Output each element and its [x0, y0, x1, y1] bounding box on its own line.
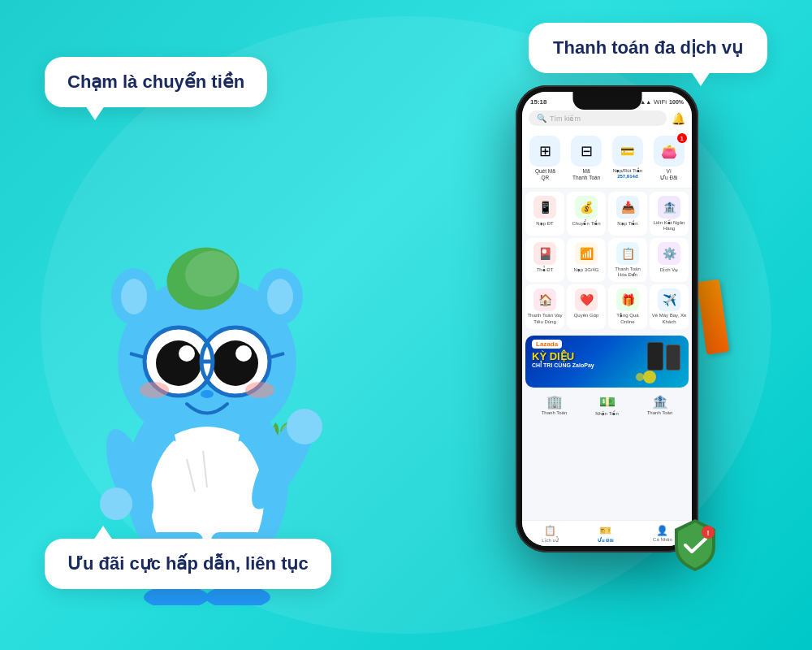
service-3g4g-label: Nạp 3G/4G — [573, 266, 598, 272]
svg-point-18 — [235, 345, 252, 362]
speech-bubble-top-left: Chạm là chuyển tiền — [45, 57, 267, 107]
search-icon: 🔍 — [537, 114, 546, 123]
svg-point-25 — [140, 382, 169, 398]
green-shield: ! — [672, 518, 719, 573]
service-ve-may-bay[interactable]: ✈️ Vé Máy Bay, Xe Khách — [650, 284, 689, 328]
service-the-dt-label: Thẻ ĐT — [537, 266, 554, 272]
quick-actions: ⊞ Quét MãQR ⊟ MãThanh Toán 💳 Nạp/Rút Tiề… — [522, 131, 692, 188]
service-quyen-gop-label: Quyên Góp — [574, 313, 599, 318]
speech-bubble-bottom-left: Ưu đãi cực hấp dẫn, liên tục — [45, 539, 331, 589]
service-3g4g[interactable]: 📶 Nạp 3G/4G — [567, 238, 606, 282]
service-nap-tien[interactable]: 📥 Nạp Tiền — [608, 192, 647, 236]
promo-banner[interactable]: Lazada KỲ DIỆU CHỈ TRI CÙNG ZaloPay — [525, 336, 689, 388]
secondary-icons-row: 🏢 Thanh Toán 💵 Nhận Tiền 🏦 Thanh Toán — [522, 391, 692, 418]
nav-lich-su[interactable]: 📋 Lịch sử — [542, 525, 558, 543]
bell-icon[interactable]: 🔔 — [672, 112, 685, 125]
icon-thanh-toan-2[interactable]: 🏦 Thanh Toán — [634, 394, 685, 416]
svg-point-17 — [179, 345, 195, 362]
svg-point-16 — [213, 340, 258, 386]
svg-point-30 — [100, 488, 132, 520]
svg-point-26 — [245, 382, 274, 398]
speech-bubble-top-right: Thanh toán đa dịch vụ — [529, 23, 767, 73]
service-chuyen-tien[interactable]: 💰 Chuyển Tiền — [567, 192, 606, 236]
nav-ca-nhan-label: Cá Nhân — [653, 537, 672, 542]
service-chuyen-tien-label: Chuyển Tiền — [572, 220, 600, 226]
services-grid: 📱 Nạp ĐT 💰 Chuyển Tiền 📥 Nạp Tiền 🏦 Liên… — [522, 188, 692, 332]
nav-ca-nhan[interactable]: 👤 Cá Nhân — [653, 525, 672, 543]
search-bar[interactable]: 🔍 Tìm kiếm 🔔 — [522, 107, 692, 131]
service-dich-vu[interactable]: ⚙️ Dịch Vụ — [650, 238, 689, 282]
service-quyen-gop[interactable]: ❤️ Quyên Góp — [567, 284, 606, 328]
qa-qr-code[interactable]: ⊞ Quét MãQR — [525, 136, 565, 181]
service-ve-may-bay-label: Vé Máy Bay, Xe Khách — [651, 313, 687, 324]
service-tang-qua-label: Tặng Quà Online — [610, 313, 646, 324]
time-display: 15:18 — [530, 98, 546, 106]
phone-frame: 15:18 ▲▲▲ WiFi 100% 🔍 Tìm kiếm 🔔 — [516, 85, 698, 552]
qa-payment-code[interactable]: ⊟ MãThanh Toán — [567, 136, 607, 181]
svg-text:!: ! — [707, 529, 710, 537]
phone-notch — [572, 92, 641, 110]
nav-uu-dai[interactable]: 🎫 Ưu Đãi — [598, 525, 614, 543]
phone-container: 15:18 ▲▲▲ WiFi 100% 🔍 Tìm kiếm 🔔 — [516, 85, 698, 552]
banner-subtitle: CHỈ TRI CÙNG ZaloPay — [532, 362, 594, 369]
nav-lich-su-label: Lịch sử — [542, 537, 558, 543]
nav-uu-dai-label: Ưu Đãi — [598, 537, 614, 543]
bottom-navigation: 📋 Lịch sử 🎫 Ưu Đãi 👤 Cá Nhân — [522, 520, 692, 546]
qa-deposit-withdraw[interactable]: 💳 Nạp/Rút Tiền257,914đ — [608, 136, 648, 181]
service-tang-qua[interactable]: 🎁 Tặng Quà Online — [608, 284, 647, 328]
banner-title: KỲ DIỆU — [532, 350, 594, 362]
service-vay[interactable]: 🏠 Thanh Toán Vay Tiêu Dùng — [525, 284, 564, 328]
service-nap-tien-label: Nạp Tiền — [617, 220, 637, 226]
svg-point-9 — [121, 279, 147, 314]
qa-wallet-label: VíƯu Đãi — [660, 168, 677, 181]
svg-point-28 — [287, 409, 322, 444]
svg-point-15 — [156, 340, 201, 386]
service-hoa-don[interactable]: 📋 Thanh Toán Hóa Đơn — [608, 238, 647, 282]
qa-deposit-label: Nạp/Rút Tiền257,914đ — [613, 168, 642, 180]
speech-text-bottom: Ưu đãi cực hấp dẫn, liên tục — [67, 553, 309, 574]
service-vay-label: Thanh Toán Vay Tiêu Dùng — [527, 313, 563, 324]
search-placeholder: Tìm kiếm — [550, 115, 581, 123]
battery-display: 100% — [669, 99, 684, 105]
icon-nhan-tien[interactable]: 💵 Nhận Tiền — [581, 394, 633, 416]
qa-qr-label: Quét MãQR — [535, 168, 555, 181]
svg-point-10 — [267, 279, 293, 314]
service-lien-ket-label: Liên Kết Ngân Hàng — [651, 220, 687, 232]
qa-wallet[interactable]: 👛 1 VíƯu Đãi — [649, 136, 689, 181]
svg-point-24 — [201, 390, 214, 398]
speech-text-left: Chạm là chuyển tiền — [67, 72, 244, 92]
phone-screen: 15:18 ▲▲▲ WiFi 100% 🔍 Tìm kiếm 🔔 — [522, 92, 692, 546]
service-lien-ket[interactable]: 🏦 Liên Kết Ngân Hàng — [650, 192, 689, 236]
service-dich-vu-label: Dịch Vụ — [660, 266, 678, 272]
service-nap-dt-label: Nạp ĐT — [536, 220, 553, 226]
icon-thanh-toan-1[interactable]: 🏢 Thanh Toán — [529, 394, 580, 416]
speech-text-right: Thanh toán đa dịch vụ — [553, 37, 743, 58]
service-nap-dt[interactable]: 📱 Nạp ĐT — [525, 192, 564, 236]
service-hoa-don-label: Thanh Toán Hóa Đơn — [610, 266, 646, 278]
qa-payment-label: MãThanh Toán — [572, 168, 600, 181]
wifi-icon: WiFi — [654, 98, 667, 106]
service-the-dt[interactable]: 🎴 Thẻ ĐT — [525, 238, 564, 282]
